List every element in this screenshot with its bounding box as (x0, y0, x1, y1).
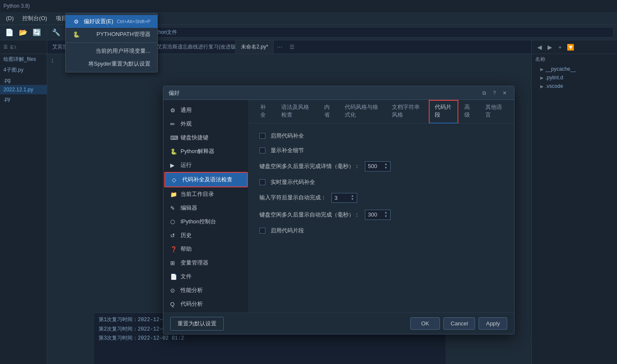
dialog-sidebar-history[interactable]: ↺ 历史 (163, 229, 249, 242)
code-analysis-label: 代码分析 (181, 300, 203, 308)
dialog-title: 偏好 (169, 89, 478, 97)
dialog-tab-code-style[interactable]: 代码风格与格式化 (339, 100, 386, 123)
keyboard-label: 键盘快捷键 (181, 134, 208, 141)
panel-icon-prev[interactable]: ◀ (535, 43, 544, 51)
general-label: 通用 (181, 106, 192, 114)
spinbox-keyboard-delay2[interactable]: 300 ▲ ▼ (365, 210, 391, 220)
dialog-sidebar-profiler[interactable]: ⊙ 性能分析 (163, 283, 249, 297)
dialog-help-btn[interactable]: ? (490, 89, 499, 97)
dialog-panel: 启用代码补全 显示补全细节 键盘空闲多久后显示完成详情（毫秒）： 500 ▲ ▼ (249, 123, 514, 313)
cancel-btn[interactable]: Cancel (443, 317, 475, 330)
spinbox-val-2: 300 (368, 211, 377, 218)
checkbox-realtime[interactable] (259, 179, 265, 185)
file-tree-item-1[interactable]: ▶ .pylint.d (532, 73, 617, 82)
panel-icon-filter[interactable]: 🔽 (566, 43, 575, 51)
panel-icons: ◀ ▶ + 🔽 (535, 43, 575, 51)
menu-env-vars[interactable]: 当前的用户环境变量... (66, 45, 157, 57)
spinbox-keyboard-delay1[interactable]: 500 ▲ ▼ (365, 161, 391, 171)
sidebar-toggle[interactable]: ☰ (3, 44, 8, 50)
preferences-label: 偏好设置(E) (84, 18, 113, 25)
apply-btn[interactable]: Apply (479, 317, 507, 330)
run-icon: ▶ (170, 162, 177, 168)
dialog-sidebar-variables[interactable]: ⊞ 变量管理器 (163, 256, 249, 270)
tree-arrow-2: ▶ (540, 84, 544, 89)
file-tree-label-1: .pylint.d (545, 75, 563, 81)
sidebar-item-py3[interactable]: .py (0, 94, 47, 104)
ok-btn[interactable]: OK (410, 317, 440, 330)
keyboard-icon: ⌨ (170, 135, 177, 141)
menu-file[interactable]: (D) (2, 13, 18, 23)
menu-preferences[interactable]: ⚙ 偏好设置(E) Ctrl+Alt+Shift+P (66, 15, 157, 28)
tab-2[interactable]: 未命名2.py* (236, 40, 274, 54)
spin-down-2[interactable]: ▼ (384, 215, 388, 219)
env-icon (72, 47, 80, 55)
dialog-sidebar-files[interactable]: 📄 文件 (163, 270, 249, 283)
dialog-sidebar-editor[interactable]: ✎ 编辑器 (163, 201, 249, 215)
dialog-sidebar-ipython[interactable]: ⬡ IPython控制台 (163, 215, 249, 229)
open-file-btn[interactable]: 📂 (17, 27, 29, 39)
menu-reset-spyder[interactable]: 将Spyder重置为默认设置 (66, 57, 157, 70)
preferences-icon: ⚙ (72, 18, 80, 25)
spinbox-arrows-2[interactable]: ▲ ▼ (384, 211, 388, 219)
file-tree-item-2[interactable]: ▶ .vscode (532, 82, 617, 90)
menu-console[interactable]: 控制台(O) (18, 13, 51, 24)
variables-label: 变量管理器 (181, 259, 208, 267)
reset-defaults-btn[interactable]: 重置为默认设置 (170, 317, 224, 331)
python-label: Python解释器 (181, 147, 214, 155)
left-sidebar: ☰ E:\ 绘图详解_files 4子图.py .pg 2022.12.1.py… (0, 40, 47, 364)
help-icon: ❓ (170, 246, 177, 253)
dialog-tab-completion[interactable]: 补全 (254, 100, 275, 123)
dialog-sidebar-code-analysis[interactable]: Q 代码分析 (163, 297, 249, 311)
tab-more[interactable]: ⋯ (274, 44, 286, 50)
dialog-sidebar-help[interactable]: ❓ 帮助 (163, 242, 249, 256)
sidebar-item-pg[interactable]: .pg (0, 75, 47, 85)
dialog-sidebar-run[interactable]: ▶ 运行 (163, 158, 249, 172)
sidebar-item-files[interactable]: 绘图详解_files (0, 54, 47, 65)
ipython-label: IPython控制台 (181, 218, 216, 226)
dialog-sidebar-python[interactable]: 🐍 Python解释器 (163, 144, 249, 158)
dialog-close-btn[interactable]: ✕ (500, 89, 509, 97)
menu-pythonpath[interactable]: 🐍 PYTHONPATH管理器 (66, 28, 157, 41)
panel-icon-add[interactable]: + (556, 43, 564, 51)
label-keyboard-delay2: 键盘空闲多久后显示自动完成（毫秒）： (259, 211, 360, 219)
pref-row-keyboard-delay2: 键盘空闲多久后显示自动完成（毫秒）： 300 ▲ ▼ (259, 210, 504, 220)
dialog-tab-docstring[interactable]: 文档字符串风格 (386, 100, 429, 123)
tab-menu[interactable]: ☰ (286, 44, 298, 50)
preferences-shortcut: Ctrl+Alt+Shift+P (117, 19, 150, 24)
dialog-sidebar-workdir[interactable]: 📁 当前工作目录 (163, 187, 249, 201)
toolbar-sep1 (46, 28, 47, 37)
dialog-sidebar-completion[interactable]: ◇ 代码补全及语法检查 (164, 172, 248, 187)
spin-down-chars[interactable]: ▼ (351, 198, 354, 202)
file-tree-item-0[interactable]: ▶ __pycache__ (532, 65, 617, 73)
env-label: 当前的用户环境变量... (96, 47, 150, 55)
editor-icon: ✎ (170, 205, 177, 211)
dialog-tab-introspect[interactable]: 内省 (318, 100, 339, 123)
spinbox-arrows-1[interactable]: ▲ ▼ (384, 162, 388, 170)
dialog-restore-btn[interactable]: ⧉ (480, 89, 488, 97)
files-label: 文件 (181, 273, 192, 280)
checkbox-show-details[interactable] (259, 147, 265, 153)
dialog-body: ⚙ 通用 ✏ 外观 ⌨ 键盘快捷键 🐍 Python解释器 ▶ 运行 ◇ 代码补… (163, 100, 514, 313)
wrench-btn[interactable]: 🔧 (50, 27, 62, 39)
dialog-sidebar-general[interactable]: ⚙ 通用 (163, 103, 249, 117)
completion-icon: ◇ (172, 177, 179, 183)
dialog-tab-syntax[interactable]: 语法及风格检查 (275, 100, 318, 123)
menu-separator (66, 42, 157, 43)
history-label: 历史 (181, 232, 192, 239)
sidebar-item-py2[interactable]: 2022.12.1.py (0, 85, 47, 94)
dialog-sidebar-appearance[interactable]: ✏ 外观 (163, 117, 249, 131)
panel-icon-next[interactable]: ▶ (545, 43, 554, 51)
spinbox-chars-before[interactable]: 3 ▲ ▼ (331, 193, 357, 203)
dialog-sidebar-keyboard[interactable]: ⌨ 键盘快捷键 (163, 131, 249, 144)
reload-btn[interactable]: 🔄 (31, 27, 43, 39)
checkbox-snippets[interactable] (259, 228, 265, 234)
spin-down-1[interactable]: ▼ (384, 166, 388, 170)
dialog-tab-snippets[interactable]: 代码片段 (429, 100, 458, 123)
sidebar-item-py1[interactable]: 4子图.py (0, 65, 47, 75)
new-file-btn[interactable]: 📄 (3, 27, 15, 39)
dialog-tab-advanced[interactable]: 高级 (458, 100, 479, 123)
pythonpath-label: PYTHONPATH管理器 (96, 30, 150, 38)
dialog-tab-other[interactable]: 其他语言 (479, 100, 509, 123)
spinbox-arrows-chars[interactable]: ▲ ▼ (351, 194, 354, 202)
checkbox-enable-completion[interactable] (259, 133, 265, 139)
